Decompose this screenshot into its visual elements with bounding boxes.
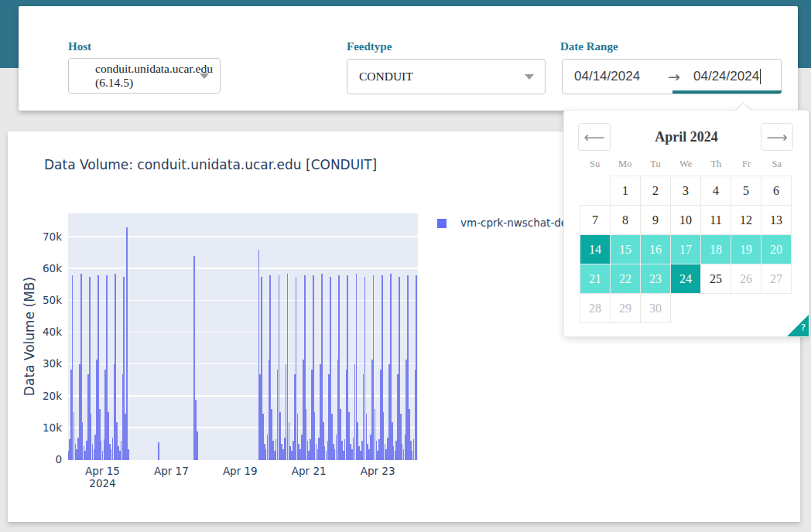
dashboard-screen: Host conduit.unidata.ucar.edu (6.14.5) F… [0,0,811,532]
day-cell-empty [701,294,731,323]
data-bar [158,442,159,460]
end-date-input[interactable]: 04/24/2024 [693,69,759,84]
calendar-week-row: 21222324252627 [580,264,792,294]
y-tick-label: 0 [8,453,62,466]
chevron-down-icon [200,73,209,79]
day-cell-6[interactable]: 6 [761,176,792,206]
day-cell-23[interactable]: 23 [641,264,671,294]
arrow-right-icon: → [661,68,687,85]
help-button[interactable]: ? [787,315,809,336]
weekday-label: Su [580,159,610,170]
chevron-down-icon [525,74,534,80]
date-picker-popup: ⟵ April 2024 ⟶ SuMoTuWeThFrSa 1234567891… [563,110,809,337]
text-cursor [760,69,761,84]
weekday-label: Fr [731,159,761,170]
start-date-input[interactable]: 04/14/2024 [574,69,661,84]
weekday-label: Tu [640,159,670,170]
day-cell-empty [731,294,761,323]
day-cell-25[interactable]: 25 [701,264,731,294]
day-cell-12[interactable]: 12 [731,206,761,235]
day-cell-5[interactable]: 5 [731,176,761,206]
data-bar [128,449,129,460]
host-label: Host [68,40,91,53]
calendar-week-row: 123456 [580,176,792,206]
day-cell-14[interactable]: 14 [580,235,611,264]
y-tick-label: 20k [8,390,62,402]
day-cell-16[interactable]: 16 [641,235,671,264]
calendar-week-row: 282930 [580,294,792,323]
calendar-grid: 1234567891011121314151617181920212223242… [580,176,792,323]
weekday-label: Th [701,159,731,170]
day-cell-27: 27 [761,264,792,294]
help-label: ? [801,322,806,333]
y-tick-label: 70k [8,230,62,243]
day-cell-29: 29 [611,294,641,323]
weekday-label: We [671,159,701,170]
day-cell-22[interactable]: 22 [611,264,641,294]
feedtype-label: Feedtype [347,40,392,53]
day-cell-20[interactable]: 20 [761,235,792,264]
day-cell-1[interactable]: 1 [611,176,641,206]
day-cell-13[interactable]: 13 [761,206,792,235]
gridline [68,236,418,237]
y-tick-label: 50k [8,294,62,306]
day-cell-10[interactable]: 10 [671,206,701,235]
day-cell-11[interactable]: 11 [701,206,731,235]
x-tick-label: Apr 19 [213,465,267,477]
y-tick-label: 60k [8,262,62,275]
weekday-header-row: SuMoTuWeThFrSa [580,159,792,170]
legend-label: vm-cprk-nwschat-dev- [460,217,577,229]
day-cell-28: 28 [580,294,611,323]
host-select[interactable]: conduit.unidata.ucar.edu (6.14.5) [68,58,221,94]
x-tick-label: Apr 23 [351,465,405,477]
next-month-button[interactable]: ⟶ [761,123,793,151]
date-range-label: Date Range [560,40,618,53]
focused-input-underline [672,90,782,94]
date-range-picker[interactable]: 04/14/2024 → 04/24/2024 [562,59,782,94]
x-tick-label: Apr 21 [282,465,336,477]
day-cell-30: 30 [641,294,671,323]
y-tick-label: 10k [8,421,62,434]
day-cell-empty [671,294,701,323]
day-cell-24[interactable]: 24 [671,264,701,294]
arrow-right-icon: ⟶ [766,128,787,145]
x-tick-label: Apr 152024 [76,465,130,489]
day-cell-8[interactable]: 8 [611,206,641,235]
day-cell-15[interactable]: 15 [611,235,641,264]
day-cell-17[interactable]: 17 [671,235,701,264]
calendar-week-row: 14151617181920 [580,235,792,264]
feedtype-select-value: CONDUIT [359,70,413,84]
weekday-label: Mo [610,159,640,170]
data-bar [416,275,417,460]
plot-area[interactable] [68,213,418,460]
chart-title: Data Volume: conduit.unidata.ucar.edu [C… [44,157,377,172]
y-tick-label: 30k [8,357,62,370]
day-cell-19[interactable]: 19 [731,235,761,264]
day-cell-18[interactable]: 18 [701,235,731,264]
data-bar [126,227,128,460]
day-cell-9[interactable]: 9 [641,206,671,235]
weekday-label: Sa [761,159,792,170]
day-cell-4[interactable]: 4 [701,176,731,206]
day-cell-empty [580,176,611,206]
calendar-week-row: 78910111213 [580,206,792,235]
y-tick-label: 40k [8,326,62,338]
day-cell-7[interactable]: 7 [580,206,611,235]
x-tick-label: Apr 17 [144,465,198,477]
day-cell-2[interactable]: 2 [641,176,671,206]
legend-item[interactable]: vm-cprk-nwschat-dev- [437,217,577,229]
filter-bar: Host conduit.unidata.ucar.edu (6.14.5) F… [19,6,798,111]
gridline [68,268,418,268]
feedtype-select[interactable]: CONDUIT [347,59,546,94]
day-cell-21[interactable]: 21 [580,264,611,294]
legend-swatch [437,219,447,228]
data-bar [197,431,198,460]
day-cell-3[interactable]: 3 [671,176,701,206]
day-cell-26: 26 [731,264,761,294]
